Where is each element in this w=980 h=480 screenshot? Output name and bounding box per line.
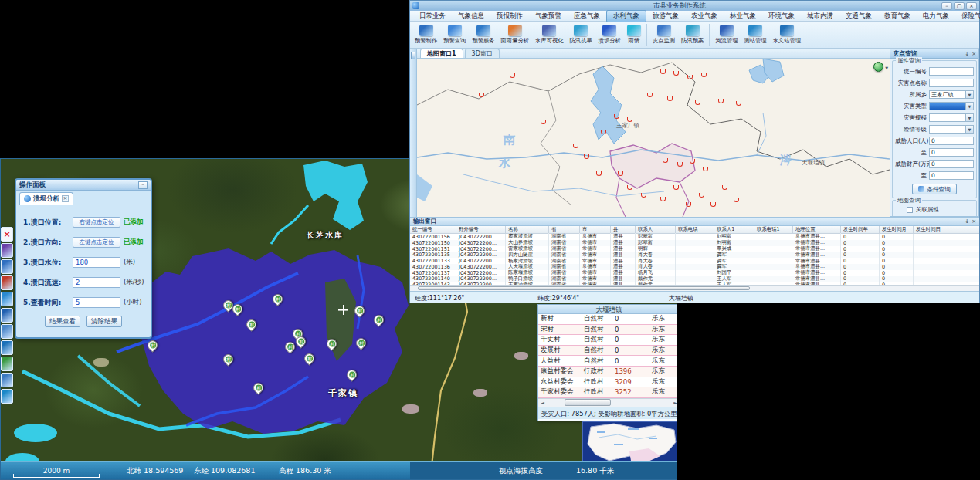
minimize-icon[interactable]: –	[138, 181, 148, 189]
text-input[interactable]: 0	[929, 171, 974, 180]
column-header[interactable]: 统一编号	[410, 226, 456, 233]
village-row[interactable]: 宋村自然村0乐东	[538, 325, 677, 336]
ribbon-tool[interactable]: 雨情	[624, 22, 644, 47]
menu-item-13[interactable]: 教育气象	[878, 11, 917, 22]
globe-button[interactable]: ▼	[873, 62, 883, 72]
village-row[interactable]: 发展村自然村0乐东	[538, 346, 677, 357]
rain-icon[interactable]	[1, 324, 13, 339]
village-row[interactable]: 千家村委会行政村3252乐东	[538, 387, 677, 398]
flag-icon[interactable]	[1, 275, 13, 290]
table-row[interactable]: 430722001137JC430722200...陈家堰滑坡湖南省常德市澧县杨…	[410, 270, 979, 276]
flood-icon[interactable]	[1, 308, 13, 323]
column-header[interactable]: 联系电话	[676, 226, 714, 233]
ribbon-tool[interactable]: 水库可视化	[532, 22, 566, 47]
ribbon-tool[interactable]: 面雨量分析	[498, 22, 532, 47]
scroll-right-icon[interactable]: ►	[671, 399, 677, 406]
condition-query-button[interactable]: 条件查询	[912, 184, 957, 194]
close-icon[interactable]: ×	[62, 195, 69, 202]
text-input[interactable]	[929, 67, 974, 76]
close-icon[interactable]: ×	[972, 51, 976, 57]
collapsed-panel-strip[interactable]	[410, 49, 417, 217]
table-row[interactable]: 430722001136JC430722200...大夫堰滑坡湖南省常德市澧县肖…	[410, 264, 979, 270]
maximize-icon[interactable]: ▢	[954, 2, 965, 10]
column-header[interactable]: 发生时间月	[880, 226, 914, 233]
view-result-button[interactable]: 结果查看	[45, 316, 80, 327]
table-row[interactable]: 430722001133JC430722200...杨家湾滑坡湖南省常德市澧县肖…	[410, 258, 979, 264]
scrollbar-thumb[interactable]	[418, 286, 750, 290]
close-icon[interactable]: ×	[1, 227, 13, 242]
back-map-canvas[interactable]: ▼ 王家厂镇大堰垱镇南水涔	[417, 59, 890, 217]
ribbon-tool[interactable]: 防汛抗旱	[567, 22, 595, 47]
menu-item-12[interactable]: 交通气象	[839, 11, 878, 22]
table-row[interactable]: 430722001150JC430722200...大山界滑坡湖南省常德市澧县彭…	[410, 240, 979, 246]
menu-item-2[interactable]: 气象信息	[452, 11, 490, 22]
column-header[interactable]: 联系人	[636, 226, 676, 233]
close-icon[interactable]: ×	[966, 2, 977, 10]
disaster-query-panel[interactable]: 灾点查询 ↓ × 属性查询 统一编号灾害点名称所属乡王家厂镇▼灾害类型▼灾害规模…	[890, 49, 979, 217]
table-row[interactable]: 430722001140JC430722200...鸭子口滑坡湖南省常德市澧县戴…	[410, 276, 979, 282]
map-tab-1[interactable]: 地图窗口1	[420, 49, 463, 58]
column-header[interactable]: 联系电话1	[754, 226, 793, 233]
select-input[interactable]: ▼	[929, 125, 974, 134]
minimize-icon[interactable]: –	[941, 2, 952, 10]
column-header[interactable]: 县	[611, 226, 636, 233]
ribbon-tool[interactable]: 测站管理	[741, 22, 769, 47]
table-row[interactable]: 430722001135JC430722200...四方山陡崖湖南省常德市澧县肖…	[410, 252, 979, 258]
weather-service-window[interactable]: 市县业务制作系统 – ▢ × 日常业务气象信息预报制作气象预警应急气象水利气象旅…	[409, 0, 980, 303]
dialog-titlebar[interactable]: 操作面板 –	[16, 180, 151, 191]
locate-button[interactable]: 左键点击定位	[73, 237, 120, 248]
village-row[interactable]: 千丈村自然村0乐东	[538, 335, 677, 346]
ribbon-tool[interactable]: 灾点监测	[649, 22, 678, 47]
contact-card-icon[interactable]	[1, 373, 13, 387]
menu-item-8[interactable]: 农业气象	[685, 11, 724, 22]
ribbon-tool[interactable]: 防汛预案	[678, 22, 707, 47]
menu-item-11[interactable]: 城市内涝	[801, 11, 839, 22]
pin-icon[interactable]: ↓	[965, 218, 969, 225]
operation-panel-dialog[interactable]: 操作面板 – 溃坝分析 × 1.溃口位置:右键点击定位已添加2.溃口方向:左键点…	[15, 178, 152, 339]
overview-minimap[interactable]	[582, 421, 677, 466]
window-titlebar[interactable]: 市县业务制作系统 – ▢ ×	[410, 1, 979, 11]
select-input[interactable]: ▼	[929, 113, 974, 122]
output-pane[interactable]: 输出窗口 ↓ × 统一编号野外编号名称省市县联系人联系电话联系人1联系电话1地理…	[410, 217, 979, 291]
column-header[interactable]: 发生时间年	[841, 226, 880, 233]
link-attributes-checkbox[interactable]	[907, 207, 913, 213]
menu-item-9[interactable]: 林业气象	[724, 11, 762, 22]
select-input[interactable]: 王家厂镇▼	[929, 90, 974, 99]
menu-item-4[interactable]: 气象预警	[529, 11, 568, 22]
scrollbar-thumb[interactable]	[565, 399, 611, 406]
value-input[interactable]: 2	[73, 277, 120, 288]
value-input[interactable]: 5	[73, 297, 120, 308]
menu-item-10[interactable]: 环境气象	[762, 11, 801, 22]
ribbon-tool[interactable]: 水文站管理	[770, 22, 804, 47]
text-input[interactable]: 0	[929, 160, 974, 168]
map-area[interactable]: 地图窗口13D窗口	[417, 49, 890, 217]
water-drop-icon[interactable]	[1, 292, 13, 306]
close-icon[interactable]: ×	[972, 218, 976, 225]
ribbon-tool[interactable]: 河流管理	[712, 22, 741, 47]
column-header[interactable]: 省	[549, 226, 580, 233]
affected-villages-panel[interactable]: 大堰垱镇 新村自然村0乐东宋村自然村0乐东千丈村自然村0乐东发展村自然村0乐东人…	[537, 304, 677, 421]
home-icon[interactable]	[1, 357, 13, 371]
text-input[interactable]	[929, 79, 974, 87]
panel-tab-icon[interactable]	[411, 52, 415, 59]
villages-hscrollbar[interactable]: ◄ ►	[538, 398, 677, 407]
column-header[interactable]: 联系人1	[714, 226, 754, 233]
ribbon-tool[interactable]: 预警服务	[469, 22, 497, 47]
column-header[interactable]: 名称	[506, 226, 549, 233]
typhoon-icon[interactable]	[1, 259, 13, 274]
menu-item-14[interactable]: 电力气象	[917, 11, 955, 22]
column-header[interactable]: 地理位置	[793, 226, 841, 233]
output-titlebar[interactable]: 输出窗口 ↓ ×	[410, 218, 979, 226]
ribbon-tool[interactable]: 预警查询	[440, 22, 469, 47]
chevron-down-icon[interactable]: ▼	[885, 66, 888, 70]
menu-item-5[interactable]: 应急气象	[568, 11, 606, 22]
output-hscrollbar[interactable]	[410, 285, 979, 291]
menu-item-1[interactable]: 日常业务	[413, 11, 452, 22]
menu-item-15[interactable]: 保险气象	[955, 11, 980, 22]
village-row[interactable]: 康益村委会行政村1396乐东	[538, 367, 677, 377]
text-input[interactable]: 0	[929, 148, 974, 157]
disaster-report-icon[interactable]	[1, 243, 13, 258]
menu-item-7[interactable]: 旅游气象	[646, 11, 685, 22]
column-header[interactable]: 发生时间日	[914, 226, 944, 233]
village-row[interactable]: 人益村自然村0乐东	[538, 356, 677, 367]
